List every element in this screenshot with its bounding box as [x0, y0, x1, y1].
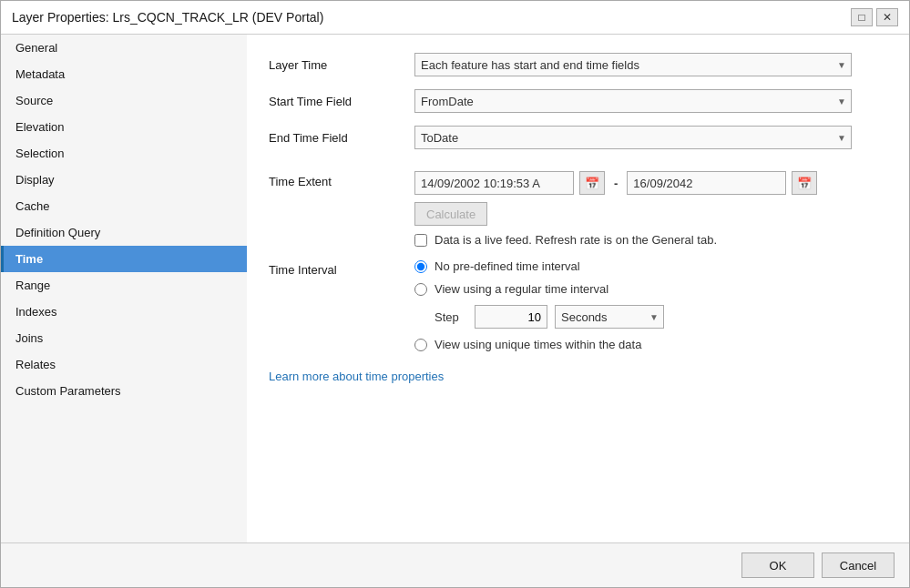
start-time-dropdown-wrapper[interactable]: FromDate ▼ [414, 89, 852, 113]
main-content: Layer Time Each feature has start and en… [247, 35, 909, 542]
calendar-start-icon: 📅 [585, 177, 599, 190]
sidebar-item-selection[interactable]: Selection [1, 140, 247, 167]
radio-regular[interactable] [414, 283, 427, 296]
time-extent-fields: 📅 - 📅 [414, 171, 817, 195]
learn-more-link[interactable]: Learn more about time properties [269, 370, 887, 383]
end-time-select[interactable]: ToDate [414, 126, 852, 149]
cancel-button[interactable]: Cancel [822, 553, 895, 578]
end-time-dropdown-wrapper[interactable]: ToDate ▼ [414, 126, 852, 149]
step-row: Step Seconds Minutes Hours Days Weeks Mo… [435, 305, 664, 329]
start-time-select[interactable]: FromDate [414, 89, 852, 113]
ok-button[interactable]: OK [741, 553, 814, 578]
layer-time-label: Layer Time [269, 58, 414, 72]
end-time-field-row: End Time Field ToDate ▼ [269, 126, 887, 149]
time-extent-end-input[interactable] [627, 171, 786, 195]
sidebar-list: General Metadata Source Elevation Select… [1, 35, 247, 542]
time-extent-dash: - [610, 177, 621, 190]
calendar-start-button[interactable]: 📅 [579, 171, 605, 195]
time-extent-start-input[interactable] [414, 171, 574, 195]
sidebar-item-time[interactable]: Time [1, 246, 247, 272]
layer-time-row: Layer Time Each feature has start and en… [269, 53, 887, 76]
step-label: Step [435, 310, 467, 324]
live-feed-row: Data is a live feed. Refresh rate is on … [414, 233, 817, 247]
radio-unique-row: View using unique times within the data [414, 338, 664, 351]
sidebar-item-metadata[interactable]: Metadata [1, 61, 247, 87]
sidebar-item-elevation[interactable]: Elevation [1, 114, 247, 140]
time-extent-content: 📅 - 📅 Calculate Data is a live feed. Re [414, 171, 817, 247]
time-extent-row: Time Extent 📅 - 📅 Calculat [269, 171, 887, 247]
end-time-field-label: End Time Field [269, 131, 414, 145]
live-feed-text: Data is a live feed. Refresh rate is on … [435, 233, 717, 247]
dialog-body: General Metadata Source Elevation Select… [1, 35, 909, 542]
step-input[interactable] [475, 305, 547, 329]
sidebar-item-joins[interactable]: Joins [1, 325, 247, 351]
sidebar-item-source[interactable]: Source [1, 87, 247, 114]
layer-time-dropdown-wrapper[interactable]: Each feature has start and end time fiel… [414, 53, 852, 76]
live-feed-checkbox[interactable] [414, 234, 427, 247]
sidebar-item-relates[interactable]: Relates [1, 351, 247, 378]
time-extent-label: Time Extent [269, 171, 414, 188]
title-bar-controls: □ ✕ [851, 8, 898, 26]
layer-properties-dialog: Layer Properties: Lrs_CQCN_TRACK_LR (DEV… [0, 0, 910, 588]
sidebar-item-definition-query[interactable]: Definition Query [1, 219, 247, 246]
dialog-title: Layer Properties: Lrs_CQCN_TRACK_LR (DEV… [12, 10, 323, 25]
radio-group: No pre-defined time interval View using … [414, 259, 664, 351]
calendar-end-button[interactable]: 📅 [792, 171, 817, 195]
step-unit-select[interactable]: Seconds Minutes Hours Days Weeks Months … [555, 305, 664, 329]
layer-time-select[interactable]: Each feature has start and end time fiel… [414, 53, 852, 76]
minimize-button[interactable]: □ [851, 8, 873, 26]
calculate-row: Calculate [414, 202, 817, 226]
calculate-button[interactable]: Calculate [414, 202, 487, 226]
title-bar: Layer Properties: Lrs_CQCN_TRACK_LR (DEV… [1, 1, 909, 35]
sidebar-item-custom-parameters[interactable]: Custom Parameters [1, 378, 247, 404]
radio-regular-row: View using a regular time interval [414, 282, 664, 296]
step-unit-wrapper[interactable]: Seconds Minutes Hours Days Weeks Months … [555, 305, 664, 329]
dialog-footer: OK Cancel [1, 542, 909, 587]
radio-no-predefined-label: No pre-defined time interval [435, 259, 580, 273]
sidebar-item-indexes[interactable]: Indexes [1, 299, 247, 325]
calendar-end-icon: 📅 [797, 177, 812, 190]
radio-regular-label: View using a regular time interval [435, 282, 608, 296]
radio-unique[interactable] [414, 339, 427, 351]
start-time-field-label: Start Time Field [269, 95, 414, 108]
sidebar-item-display[interactable]: Display [1, 167, 247, 193]
radio-unique-label: View using unique times within the data [435, 338, 641, 351]
radio-no-predefined[interactable] [414, 260, 427, 273]
radio-no-predefined-row: No pre-defined time interval [414, 259, 664, 273]
close-button[interactable]: ✕ [876, 8, 898, 26]
sidebar-item-cache[interactable]: Cache [1, 193, 247, 219]
time-interval-label: Time Interval [269, 259, 414, 277]
sidebar-item-range[interactable]: Range [1, 272, 247, 299]
time-interval-section: Time Interval No pre-defined time interv… [269, 259, 887, 351]
sidebar-item-general[interactable]: General [1, 35, 247, 61]
sidebar: General Metadata Source Elevation Select… [1, 35, 247, 542]
start-time-field-row: Start Time Field FromDate ▼ [269, 89, 887, 113]
